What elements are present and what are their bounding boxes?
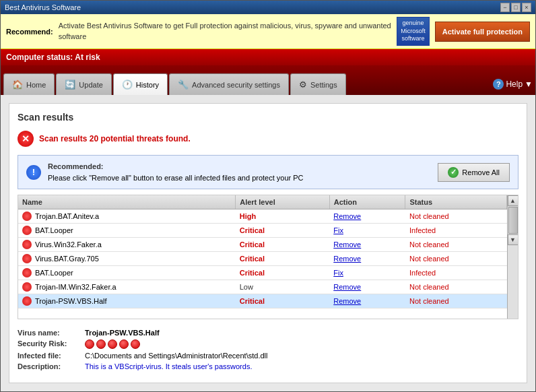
description-label: Description: [18, 362, 85, 370]
scroll-down-button[interactable]: ▼ [508, 234, 518, 245]
details-section: Virus name: Trojan-PSW.VBS.Half Security… [18, 325, 518, 374]
table-row[interactable]: Trojan.BAT.Anitev.a High Remove Not clea… [18, 209, 507, 224]
results-table: Name Alert level Action Status Trojan.BA… [18, 195, 507, 308]
threat-found-icon: ✕ [18, 131, 34, 147]
ms-genuine-badge: genuine Microsoft software [397, 17, 430, 46]
action-link[interactable]: Remove [333, 255, 361, 263]
shield-check-icon: ✓ [448, 167, 459, 178]
scroll-thumb[interactable] [508, 207, 518, 234]
recommend-box: ! Recommended: Please click "Remove all"… [18, 155, 518, 189]
cell-alert: High [236, 209, 330, 224]
table-row[interactable]: BAT.Looper Critical Fix Infected [18, 224, 507, 238]
cell-action[interactable]: Remove [329, 238, 405, 252]
vertical-scrollbar[interactable]: ▲ ▼ [507, 195, 518, 319]
action-link[interactable]: Remove [333, 297, 361, 305]
tab-update[interactable]: 🔄 Update [56, 73, 111, 95]
help-chevron: ▼ [525, 79, 533, 89]
home-icon: 🏠 [12, 79, 23, 90]
action-link[interactable]: Remove [333, 283, 361, 291]
cell-action[interactable]: Remove [329, 252, 405, 266]
row-virus-name: BAT.Looper [35, 226, 73, 234]
table-row[interactable]: Trojan-PSW.VBS.Half Critical Remove Not … [18, 294, 507, 308]
history-icon: 🕐 [122, 79, 133, 90]
tab-home[interactable]: 🏠 Home [3, 73, 55, 95]
status-text: Computer status: At risk [6, 53, 100, 62]
cell-status: Not cleaned [405, 238, 507, 252]
col-header-action: Action [329, 195, 405, 209]
cell-action[interactable]: Remove [329, 294, 405, 308]
table-row[interactable]: BAT.Looper Critical Fix Infected [18, 266, 507, 280]
info-icon: ! [26, 165, 41, 180]
risk-dot [131, 339, 140, 349]
cell-alert: Low [236, 280, 330, 294]
navigation-tabs: 🏠 Home 🔄 Update 🕐 History 🔧 Advanced sec… [1, 65, 535, 95]
computer-status-bar: Computer status: At risk [1, 49, 535, 65]
cell-status: Not cleaned [405, 252, 507, 266]
threat-row-icon [22, 282, 32, 292]
activate-full-protection-button[interactable]: Activate full protection [435, 22, 530, 42]
cell-action[interactable]: Remove [329, 280, 405, 294]
scroll-up-button[interactable]: ▲ [508, 195, 518, 206]
table-row[interactable]: Trojan-IM.Win32.Faker.a Low Remove Not c… [18, 280, 507, 294]
tab-history-label: History [136, 81, 159, 89]
cell-action[interactable]: Remove [329, 209, 405, 224]
tab-history[interactable]: 🕐 History [113, 73, 168, 95]
security-risk-label: Security Risk: [18, 339, 85, 349]
cell-status: Infected [405, 224, 507, 238]
cell-name: Virus.BAT.Gray.705 [18, 252, 236, 266]
minimize-button[interactable]: − [500, 3, 510, 12]
tab-update-label: Update [79, 81, 102, 89]
security-risk-dots [85, 339, 518, 349]
recommend-text: Activate Best Antivirus Software to get … [59, 21, 392, 42]
col-header-name: Name [18, 195, 236, 209]
threat-row-icon [22, 268, 32, 277]
cell-action[interactable]: Fix [329, 224, 405, 238]
tab-home-label: Home [26, 81, 46, 89]
help-area[interactable]: ? Help ▼ [493, 79, 533, 95]
main-content: Scan results ✕ Scan results 20 potential… [1, 95, 535, 391]
close-button[interactable]: × [522, 3, 531, 12]
threat-row-icon [22, 226, 32, 235]
infected-file-value: C:\Documents and Settings\Administrator\… [85, 352, 518, 360]
cell-alert: Critical [236, 294, 330, 308]
cell-alert: Critical [236, 252, 330, 266]
action-link[interactable]: Fix [333, 226, 343, 234]
window-controls: − □ × [500, 3, 531, 12]
risk-dot [85, 339, 94, 349]
help-icon: ? [493, 79, 504, 90]
cell-name: Trojan-IM.Win32.Faker.a [18, 280, 236, 294]
row-virus-name: BAT.Looper [35, 269, 73, 277]
scan-results-title: Scan results [18, 112, 518, 123]
cell-status: Not cleaned [405, 280, 507, 294]
cell-status: Not cleaned [405, 209, 507, 224]
maximize-button[interactable]: □ [511, 3, 521, 12]
tab-advanced-security[interactable]: 🔧 Advanced security settings [169, 73, 289, 95]
action-link[interactable]: Remove [333, 212, 361, 220]
col-header-alert: Alert level [236, 195, 330, 209]
row-virus-name: Trojan-IM.Win32.Faker.a [35, 283, 116, 291]
threat-row-icon [22, 296, 32, 306]
risk-dot [119, 339, 129, 349]
cell-status: Infected [405, 266, 507, 280]
table-body: Trojan.BAT.Anitev.a High Remove Not clea… [18, 209, 507, 308]
risk-dot [96, 339, 106, 349]
window-title: Best Antivirus Software [5, 3, 81, 11]
cell-action[interactable]: Fix [329, 266, 405, 280]
table-scroll-wrapper[interactable]: Name Alert level Action Status Trojan.BA… [18, 195, 507, 319]
action-link[interactable]: Fix [333, 269, 343, 277]
threat-found-row: ✕ Scan results 20 potential threats foun… [18, 128, 518, 150]
threat-row-icon [22, 211, 32, 221]
table-row[interactable]: Virus.BAT.Gray.705 Critical Remove Not c… [18, 252, 507, 266]
row-virus-name: Virus.BAT.Gray.705 [35, 255, 99, 263]
recommend-box-text: Recommended: Please click "Remove all" b… [48, 161, 431, 183]
threat-row-icon [22, 240, 32, 249]
remove-all-button[interactable]: ✓ Remove All [438, 163, 510, 182]
action-link[interactable]: Remove [333, 240, 361, 249]
cell-alert: Critical [236, 266, 330, 280]
tab-settings[interactable]: ⚙ Settings [290, 73, 346, 95]
table-scroll-area: Name Alert level Action Status Trojan.BA… [18, 195, 518, 319]
table-row[interactable]: Virus.Win32.Faker.a Critical Remove Not … [18, 238, 507, 252]
row-virus-name: Virus.Win32.Faker.a [35, 240, 102, 249]
threat-row-icon [22, 254, 32, 263]
remove-all-label: Remove All [462, 168, 500, 176]
